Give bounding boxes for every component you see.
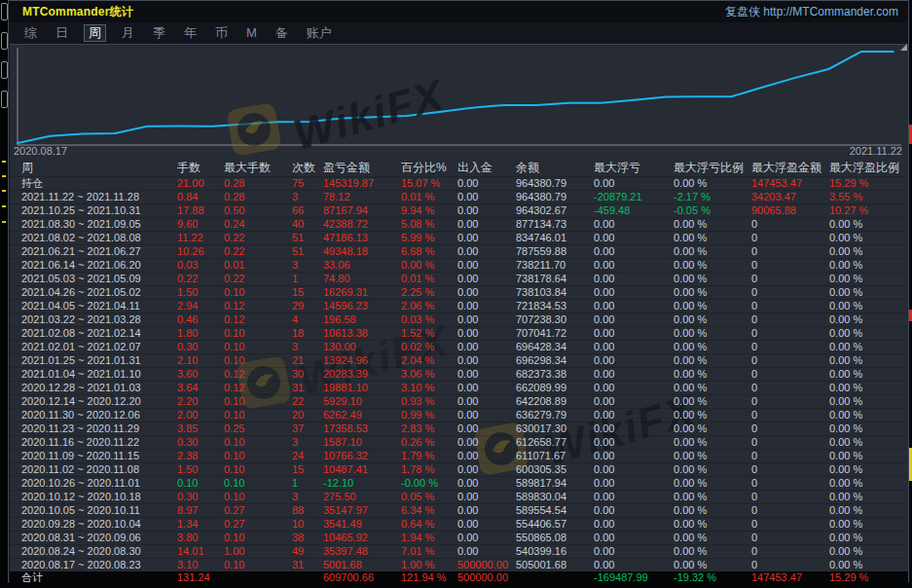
header-cell[interactable]: 出入金 [457, 159, 516, 176]
table-cell: 0.00 [457, 517, 516, 531]
table-row[interactable]: 2020.11.09 ~ 2020.11.152.380.102410766.3… [10, 449, 908, 462]
tab-7[interactable]: 币 [212, 25, 231, 41]
table-row[interactable]: 2020.10.12 ~ 2020.10.180.300.103275.500.… [10, 490, 908, 503]
table-cell: 0.03 % [401, 312, 457, 326]
table-row[interactable]: 2021.06.14 ~ 2021.06.200.030.01333.060.0… [10, 258, 908, 272]
tab-5[interactable]: 季 [150, 25, 168, 41]
table-cell: 0.00 [457, 340, 516, 353]
table-cell: 87167.94 [323, 203, 401, 217]
table-cell: 0.00 [594, 272, 674, 285]
header-cell[interactable]: 百分比% [401, 159, 457, 176]
table-cell: 589554.54 [516, 503, 594, 517]
table-row[interactable]: 2021.01.25 ~ 2021.01.312.100.102113924.9… [10, 353, 908, 367]
table-cell: 10766.32 [323, 449, 401, 462]
table-row[interactable]: 2021.04.26 ~ 2021.05.021.500.101516269.3… [10, 285, 908, 299]
table-cell: 0.01 % [401, 272, 457, 285]
x-axis-label-end: 2021.11.22 [850, 145, 902, 157]
table-cell: 682373.38 [516, 367, 594, 381]
header-cell[interactable]: 手数 [177, 159, 224, 176]
header-cell[interactable]: 次数 [292, 159, 323, 176]
table-cell: 3 [292, 490, 323, 503]
tab-1[interactable]: 综 [21, 25, 40, 41]
table-row[interactable]: 2021.02.08 ~ 2021.02.141.800.101810613.3… [10, 326, 908, 340]
table-cell: 0.10 [224, 449, 292, 462]
table-row[interactable]: 2021.03.22 ~ 2021.03.280.460.124196.580.… [10, 312, 908, 326]
table-cell: 0.00 % [829, 353, 908, 367]
header-cell[interactable]: 最大浮亏比例 [674, 159, 751, 176]
table-cell: 1.52 % [401, 326, 457, 340]
table-cell: 0 [751, 503, 829, 517]
table-cell: 2.20 [177, 394, 224, 408]
table-cell: 0.50 [224, 203, 292, 217]
table-cell: 0.10 [224, 353, 292, 367]
table-row[interactable]: 2021.04.05 ~ 2021.04.112.940.122914596.2… [10, 299, 908, 312]
tab-3[interactable]: 周 [84, 24, 106, 42]
table-row[interactable]: 2020.10.05 ~ 2020.10.118.970.278835147.9… [10, 503, 908, 517]
table-cell: 0.10 [224, 531, 292, 544]
table-cell: 38 [292, 531, 323, 544]
tab-9[interactable]: 备 [273, 25, 291, 41]
background-fragment [2, 221, 6, 223]
table-row[interactable]: 2020.11.30 ~ 2020.12.062.000.10206262.49… [10, 408, 908, 422]
header-cell[interactable]: 最大手数 [224, 159, 292, 176]
header-cell[interactable]: 余额 [516, 159, 594, 176]
header-cell[interactable]: 盈亏金额 [323, 159, 401, 176]
tab-4[interactable]: 月 [119, 25, 137, 41]
header-cell[interactable]: 最大浮盈比例 [829, 159, 908, 176]
table-row[interactable]: 2020.11.23 ~ 2020.11.293.850.253717358.5… [10, 422, 908, 435]
tab-8[interactable]: M [243, 25, 260, 41]
table-row[interactable]: 2021.05.03 ~ 2021.05.090.220.22174.800.0… [10, 272, 908, 285]
table-cell: 0.00 [457, 408, 516, 422]
table-cell: 0.00 % [674, 285, 751, 299]
table-row[interactable]: 2020.11.16 ~ 2020.11.220.300.1031587.100… [10, 435, 908, 449]
header-cell[interactable]: 周 [21, 159, 177, 176]
table-row[interactable]: 2020.12.14 ~ 2020.12.202.200.10225929.10… [10, 394, 908, 408]
table-row[interactable]: 2020.10.26 ~ 2020.11.010.100.101-12.10-0… [10, 476, 908, 490]
table-cell: 0.00 % [829, 462, 908, 476]
table-row[interactable]: 2020.11.02 ~ 2020.11.081.500.101510487.4… [10, 462, 908, 476]
table-row[interactable]: 2021.08.30 ~ 2021.09.059.600.244042388.7… [10, 217, 908, 231]
table-cell: 0.10 [224, 462, 292, 476]
table-cell: 589817.94 [516, 476, 594, 490]
table-row[interactable]: 2020.08.24 ~ 2020.08.3014.011.004935397.… [10, 544, 908, 558]
table-row[interactable]: 2020.12.28 ~ 2021.01.033.640.123119881.1… [10, 381, 908, 394]
table-total-row[interactable]: 合计131.24609700.66121.94 %500000.00-16948… [10, 571, 908, 582]
table-cell: 0 [751, 422, 829, 435]
table-cell: -20879.21 [594, 190, 674, 203]
table-cell: 0.00 % [674, 326, 751, 340]
table-row[interactable]: 2021.06.21 ~ 2021.06.2710.260.225149348.… [10, 244, 908, 258]
table-row[interactable]: 2021.02.01 ~ 2021.02.070.300.103130.000.… [10, 340, 908, 353]
table-row[interactable]: 2021.08.02 ~ 2021.08.0811.220.225147186.… [10, 231, 908, 244]
period-tab-bar: 综日周月季年币M备账户 [9, 22, 908, 44]
resize-grip-icon[interactable] [900, 44, 907, 51]
header-cell[interactable]: 最大浮亏 [594, 159, 674, 176]
table-cell: 0.00 [457, 367, 516, 381]
table-cell: 2.25 % [401, 285, 457, 299]
table-row[interactable]: 2020.09.28 ~ 2020.10.041.340.27103541.49… [10, 517, 908, 531]
table-cell: 630017.30 [516, 422, 594, 435]
table-row[interactable]: 2020.08.17 ~ 2020.08.233.100.10315001.68… [10, 558, 908, 571]
table-cell: 589830.04 [516, 490, 594, 503]
table-cell: 2.10 [177, 353, 224, 367]
table-cell: 0.00 [457, 285, 516, 299]
table-row[interactable]: 持仓21.000.2875145319.8715.07 %0.00964380.… [10, 176, 908, 190]
header-cell[interactable]: 最大浮盈金额 [751, 159, 829, 176]
table-row[interactable]: 2021.11.22 ~ 2021.11.280.840.28378.120.0… [10, 190, 908, 203]
table-cell: 0.00 [594, 258, 674, 272]
table-cell: 5001.68 [323, 558, 401, 571]
table-cell: 3.10 [177, 558, 224, 571]
table-row[interactable]: 2021.01.04 ~ 2021.01.103.600.123020283.3… [10, 367, 908, 381]
table-cell: 0.00 % [674, 231, 751, 244]
table-row[interactable]: 2020.08.31 ~ 2020.09.063.800.103810465.9… [10, 531, 908, 544]
tab-2[interactable]: 日 [53, 25, 71, 41]
site-link[interactable]: 复盘侠 http://MTCommander.com [725, 1, 898, 22]
table-cell: 7.01 % [401, 544, 457, 558]
table-cell: 2020.12.28 ~ 2021.01.03 [21, 381, 177, 394]
tab-6[interactable]: 年 [181, 25, 200, 41]
table-cell: 550865.08 [516, 531, 594, 544]
table-cell: 0 [751, 217, 829, 231]
table-row[interactable]: 2021.10.25 ~ 2021.10.3117.880.506687167.… [10, 203, 908, 217]
table-cell: 0.00 [594, 462, 674, 476]
table-cell: 0.12 [224, 367, 292, 381]
tab-10[interactable]: 账户 [304, 25, 335, 41]
